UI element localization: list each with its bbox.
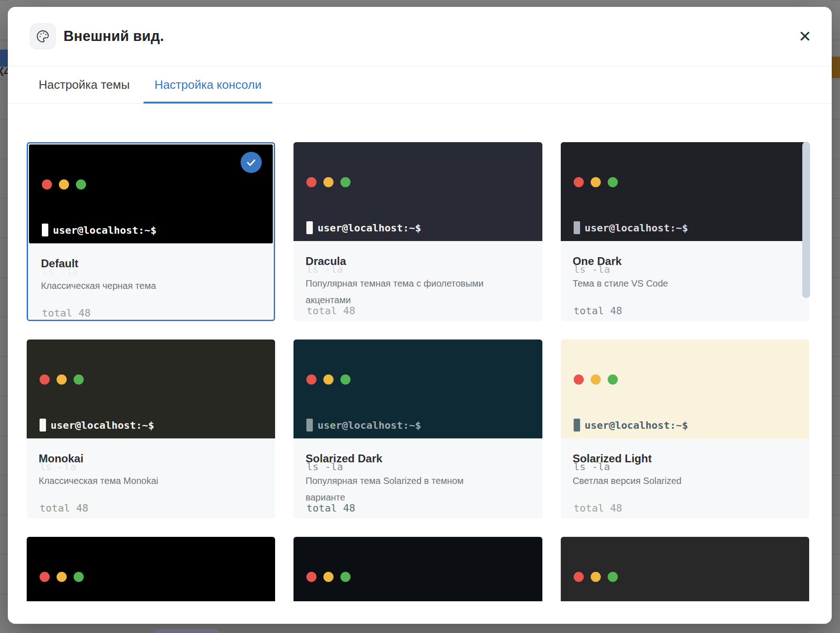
green-dot-icon <box>608 374 618 385</box>
terminal-output-line: total 48 <box>42 304 260 321</box>
terminal-command-line: ls -la <box>574 260 796 278</box>
terminal-prompt-line: user@localhost:~$ <box>306 219 529 237</box>
terminal-command-line: ls -la <box>40 457 262 476</box>
traffic-light-dots <box>574 177 796 187</box>
theme-card-solarized-dark[interactable]: user@localhost:~$ ls -la total 48 Solari… <box>293 340 542 518</box>
traffic-light-dots <box>306 177 529 187</box>
tab-console-settings[interactable]: Настройка консоли <box>144 66 273 103</box>
yellow-dot-icon <box>323 177 334 187</box>
green-dot-icon <box>340 374 351 385</box>
terminal-preview: user@localhost:~$ ls -la total 48 <box>27 537 275 601</box>
traffic-light-dots <box>40 374 262 385</box>
selected-check-icon <box>241 152 262 173</box>
terminal-prompt-line: user@localhost:~$ <box>42 221 260 239</box>
green-dot-icon <box>74 374 84 385</box>
terminal-output-line: total 48 <box>40 499 262 517</box>
traffic-light-dots <box>574 572 796 582</box>
terminal-output-line: total 48 <box>574 499 796 517</box>
terminal-output-line: total 48 <box>574 301 796 320</box>
terminal-preview: user@localhost:~$ ls -la total 48 <box>27 340 275 438</box>
terminal-preview: user@localhost:~$ ls -la total 48 <box>293 340 542 438</box>
terminal-command-line: ls -la <box>306 457 529 476</box>
palette-icon <box>30 23 56 49</box>
themes-grid: user@localhost:~$ ls -la total 48 Defaul… <box>27 142 809 601</box>
themes-scroll-area: user@localhost:~$ ls -la total 48 Defaul… <box>8 104 832 601</box>
dialog-tabs: Настройка темы Настройка консоли <box>8 66 832 104</box>
yellow-dot-icon <box>57 374 67 385</box>
theme-card-monokai[interactable]: user@localhost:~$ ls -la total 48 Monoka… <box>27 340 275 518</box>
appearance-dialog: Внешний вид. ✕ Настройка темы Настройка … <box>8 7 832 624</box>
red-dot-icon <box>574 177 584 187</box>
terminal-preview: user@localhost:~$ ls -la total 48 <box>293 537 542 601</box>
terminal-prompt-line: user@localhost:~$ <box>574 219 796 237</box>
theme-card-default[interactable]: user@localhost:~$ ls -la total 48 Defaul… <box>27 142 275 321</box>
green-dot-icon <box>340 177 351 187</box>
terminal-preview: user@localhost:~$ ls -la total 48 <box>29 144 273 243</box>
green-dot-icon <box>608 177 618 187</box>
green-dot-icon <box>74 572 84 582</box>
terminal-prompt-line: user@localhost:~$ <box>574 416 796 434</box>
terminal-command-line: ls -la <box>306 260 529 278</box>
terminal-command-line: ls -la <box>42 262 260 281</box>
background-button-fragment <box>155 629 219 633</box>
traffic-light-dots <box>42 179 260 190</box>
yellow-dot-icon <box>323 374 334 385</box>
terminal-prompt-line: user@localhost:~$ <box>40 416 262 434</box>
cursor-block <box>306 419 313 432</box>
traffic-light-dots <box>40 572 262 582</box>
terminal-preview: user@localhost:~$ ls -la total 48 <box>561 537 809 601</box>
red-dot-icon <box>40 572 50 582</box>
cursor-block <box>306 221 313 234</box>
red-dot-icon <box>306 572 316 582</box>
green-dot-icon <box>608 572 618 582</box>
background-orange-bar <box>832 57 840 78</box>
green-dot-icon <box>340 572 351 582</box>
yellow-dot-icon <box>591 572 601 582</box>
terminal-command-line: ls -la <box>574 457 796 476</box>
background-table-left <box>0 0 8 633</box>
theme-card-solarized-light[interactable]: user@localhost:~$ ls -la total 48 Solari… <box>561 340 809 518</box>
theme-card-cyan[interactable]: user@localhost:~$ ls -la total 48 <box>293 537 542 601</box>
traffic-light-dots <box>306 374 529 385</box>
theme-card-dracula[interactable]: user@localhost:~$ ls -la total 48 Dracul… <box>293 142 542 321</box>
yellow-dot-icon <box>591 374 601 385</box>
yellow-dot-icon <box>57 572 67 582</box>
theme-card-cream[interactable]: user@localhost:~$ ls -la total 48 <box>561 537 809 601</box>
yellow-dot-icon <box>59 179 69 190</box>
traffic-light-dots <box>574 374 796 385</box>
red-dot-icon <box>306 177 316 187</box>
dialog-header: Внешний вид. ✕ <box>8 7 832 66</box>
terminal-preview: user@localhost:~$ ls -la total 48 <box>561 340 809 438</box>
red-dot-icon <box>42 179 52 190</box>
cursor-block <box>574 419 580 432</box>
yellow-dot-icon <box>591 177 601 187</box>
yellow-dot-icon <box>323 572 334 582</box>
vertical-scrollbar-thumb[interactable] <box>802 142 810 298</box>
traffic-light-dots <box>306 572 529 582</box>
theme-card-one-dark[interactable]: user@localhost:~$ ls -la total 48 One Da… <box>561 142 809 321</box>
dialog-title: Внешний вид. <box>63 28 164 45</box>
cursor-block <box>42 224 48 236</box>
green-dot-icon <box>76 179 86 190</box>
theme-card-green[interactable]: user@localhost:~$ ls -la total 48 <box>27 537 275 601</box>
red-dot-icon <box>574 572 584 582</box>
red-dot-icon <box>574 374 584 385</box>
terminal-output-line: total 48 <box>306 301 529 320</box>
tab-theme-settings[interactable]: Настройка темы <box>28 66 141 103</box>
background-table-right <box>832 0 840 633</box>
background-blue-bar <box>0 50 8 67</box>
cursor-block <box>574 221 580 234</box>
cursor-block <box>40 419 46 432</box>
red-dot-icon <box>40 374 50 385</box>
terminal-output-line: total 48 <box>306 499 529 517</box>
terminal-preview: user@localhost:~$ ls -la total 48 <box>561 142 809 241</box>
close-icon[interactable]: ✕ <box>799 29 812 44</box>
red-dot-icon <box>306 374 316 385</box>
terminal-preview: user@localhost:~$ ls -la total 48 <box>293 142 542 241</box>
terminal-prompt-line: user@localhost:~$ <box>306 416 529 434</box>
